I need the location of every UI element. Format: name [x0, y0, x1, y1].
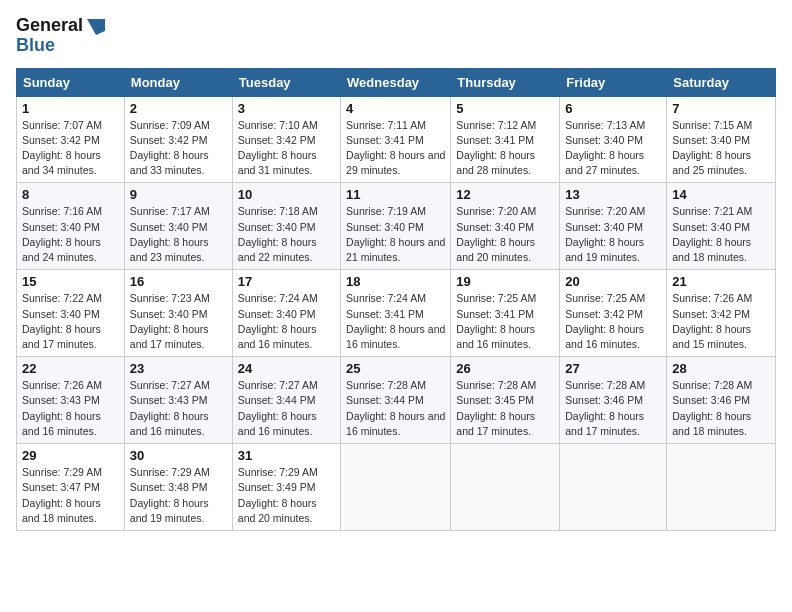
day-info: Sunrise: 7:26 AMSunset: 3:42 PMDaylight:… [672, 291, 770, 352]
day-info: Sunrise: 7:10 AMSunset: 3:42 PMDaylight:… [238, 118, 335, 179]
table-row: 1 Sunrise: 7:07 AMSunset: 3:42 PMDayligh… [17, 96, 125, 183]
svg-marker-0 [87, 19, 105, 35]
col-thursday: Thursday [451, 68, 560, 96]
day-number: 16 [130, 274, 227, 289]
table-row: 5 Sunrise: 7:12 AMSunset: 3:41 PMDayligh… [451, 96, 560, 183]
day-number: 30 [130, 448, 227, 463]
table-row: 26 Sunrise: 7:28 AMSunset: 3:45 PMDaylig… [451, 357, 560, 444]
day-info: Sunrise: 7:19 AMSunset: 3:40 PMDaylight:… [346, 204, 445, 265]
day-info: Sunrise: 7:26 AMSunset: 3:43 PMDaylight:… [22, 378, 119, 439]
table-row: 19 Sunrise: 7:25 AMSunset: 3:41 PMDaylig… [451, 270, 560, 357]
day-info: Sunrise: 7:27 AMSunset: 3:44 PMDaylight:… [238, 378, 335, 439]
day-info: Sunrise: 7:22 AMSunset: 3:40 PMDaylight:… [22, 291, 119, 352]
day-info: Sunrise: 7:11 AMSunset: 3:41 PMDaylight:… [346, 118, 445, 179]
day-info: Sunrise: 7:28 AMSunset: 3:46 PMDaylight:… [672, 378, 770, 439]
table-row: 24 Sunrise: 7:27 AMSunset: 3:44 PMDaylig… [232, 357, 340, 444]
day-info: Sunrise: 7:24 AMSunset: 3:41 PMDaylight:… [346, 291, 445, 352]
day-number: 6 [565, 101, 661, 116]
table-row: 14 Sunrise: 7:21 AMSunset: 3:40 PMDaylig… [667, 183, 776, 270]
page-header: General Blue [16, 16, 776, 56]
table-row: 3 Sunrise: 7:10 AMSunset: 3:42 PMDayligh… [232, 96, 340, 183]
day-number: 3 [238, 101, 335, 116]
day-number: 21 [672, 274, 770, 289]
logo-chevron-icon [85, 17, 107, 35]
table-row: 12 Sunrise: 7:20 AMSunset: 3:40 PMDaylig… [451, 183, 560, 270]
day-info: Sunrise: 7:17 AMSunset: 3:40 PMDaylight:… [130, 204, 227, 265]
day-number: 9 [130, 187, 227, 202]
logo: General Blue [16, 16, 107, 56]
day-number: 24 [238, 361, 335, 376]
day-number: 23 [130, 361, 227, 376]
table-row: 9 Sunrise: 7:17 AMSunset: 3:40 PMDayligh… [124, 183, 232, 270]
table-row: 18 Sunrise: 7:24 AMSunset: 3:41 PMDaylig… [341, 270, 451, 357]
table-row: 20 Sunrise: 7:25 AMSunset: 3:42 PMDaylig… [560, 270, 667, 357]
day-number: 26 [456, 361, 554, 376]
day-info: Sunrise: 7:12 AMSunset: 3:41 PMDaylight:… [456, 118, 554, 179]
day-info: Sunrise: 7:28 AMSunset: 3:45 PMDaylight:… [456, 378, 554, 439]
day-info: Sunrise: 7:27 AMSunset: 3:43 PMDaylight:… [130, 378, 227, 439]
col-saturday: Saturday [667, 68, 776, 96]
table-row: 8 Sunrise: 7:16 AMSunset: 3:40 PMDayligh… [17, 183, 125, 270]
day-number: 7 [672, 101, 770, 116]
day-number: 14 [672, 187, 770, 202]
day-number: 8 [22, 187, 119, 202]
day-number: 20 [565, 274, 661, 289]
table-row: 6 Sunrise: 7:13 AMSunset: 3:40 PMDayligh… [560, 96, 667, 183]
day-info: Sunrise: 7:28 AMSunset: 3:46 PMDaylight:… [565, 378, 661, 439]
day-number: 10 [238, 187, 335, 202]
col-friday: Friday [560, 68, 667, 96]
logo-text-block: General Blue [16, 16, 107, 56]
day-info: Sunrise: 7:16 AMSunset: 3:40 PMDaylight:… [22, 204, 119, 265]
calendar-header-row: Sunday Monday Tuesday Wednesday Thursday… [17, 68, 776, 96]
table-row: 4 Sunrise: 7:11 AMSunset: 3:41 PMDayligh… [341, 96, 451, 183]
day-number: 25 [346, 361, 445, 376]
day-info: Sunrise: 7:29 AMSunset: 3:47 PMDaylight:… [22, 465, 119, 526]
day-info: Sunrise: 7:29 AMSunset: 3:49 PMDaylight:… [238, 465, 335, 526]
day-info: Sunrise: 7:20 AMSunset: 3:40 PMDaylight:… [456, 204, 554, 265]
day-number: 28 [672, 361, 770, 376]
day-info: Sunrise: 7:07 AMSunset: 3:42 PMDaylight:… [22, 118, 119, 179]
table-row: 11 Sunrise: 7:19 AMSunset: 3:40 PMDaylig… [341, 183, 451, 270]
table-row: 23 Sunrise: 7:27 AMSunset: 3:43 PMDaylig… [124, 357, 232, 444]
table-row: 21 Sunrise: 7:26 AMSunset: 3:42 PMDaylig… [667, 270, 776, 357]
col-sunday: Sunday [17, 68, 125, 96]
day-info: Sunrise: 7:15 AMSunset: 3:40 PMDaylight:… [672, 118, 770, 179]
col-monday: Monday [124, 68, 232, 96]
table-row: 27 Sunrise: 7:28 AMSunset: 3:46 PMDaylig… [560, 357, 667, 444]
table-row [560, 444, 667, 531]
table-row: 15 Sunrise: 7:22 AMSunset: 3:40 PMDaylig… [17, 270, 125, 357]
day-number: 11 [346, 187, 445, 202]
day-number: 22 [22, 361, 119, 376]
day-number: 5 [456, 101, 554, 116]
day-info: Sunrise: 7:18 AMSunset: 3:40 PMDaylight:… [238, 204, 335, 265]
day-number: 1 [22, 101, 119, 116]
day-number: 19 [456, 274, 554, 289]
logo-general: General [16, 16, 83, 36]
day-info: Sunrise: 7:23 AMSunset: 3:40 PMDaylight:… [130, 291, 227, 352]
table-row: 28 Sunrise: 7:28 AMSunset: 3:46 PMDaylig… [667, 357, 776, 444]
table-row: 22 Sunrise: 7:26 AMSunset: 3:43 PMDaylig… [17, 357, 125, 444]
day-info: Sunrise: 7:21 AMSunset: 3:40 PMDaylight:… [672, 204, 770, 265]
day-info: Sunrise: 7:28 AMSunset: 3:44 PMDaylight:… [346, 378, 445, 439]
day-info: Sunrise: 7:13 AMSunset: 3:40 PMDaylight:… [565, 118, 661, 179]
table-row [341, 444, 451, 531]
calendar-table: Sunday Monday Tuesday Wednesday Thursday… [16, 68, 776, 531]
day-number: 13 [565, 187, 661, 202]
day-number: 27 [565, 361, 661, 376]
table-row: 13 Sunrise: 7:20 AMSunset: 3:40 PMDaylig… [560, 183, 667, 270]
table-row: 2 Sunrise: 7:09 AMSunset: 3:42 PMDayligh… [124, 96, 232, 183]
table-row: 29 Sunrise: 7:29 AMSunset: 3:47 PMDaylig… [17, 444, 125, 531]
day-number: 15 [22, 274, 119, 289]
table-row [451, 444, 560, 531]
day-info: Sunrise: 7:25 AMSunset: 3:41 PMDaylight:… [456, 291, 554, 352]
col-wednesday: Wednesday [341, 68, 451, 96]
table-row: 7 Sunrise: 7:15 AMSunset: 3:40 PMDayligh… [667, 96, 776, 183]
day-number: 29 [22, 448, 119, 463]
day-number: 12 [456, 187, 554, 202]
day-number: 2 [130, 101, 227, 116]
day-info: Sunrise: 7:09 AMSunset: 3:42 PMDaylight:… [130, 118, 227, 179]
table-row [667, 444, 776, 531]
day-info: Sunrise: 7:25 AMSunset: 3:42 PMDaylight:… [565, 291, 661, 352]
table-row: 16 Sunrise: 7:23 AMSunset: 3:40 PMDaylig… [124, 270, 232, 357]
day-number: 18 [346, 274, 445, 289]
